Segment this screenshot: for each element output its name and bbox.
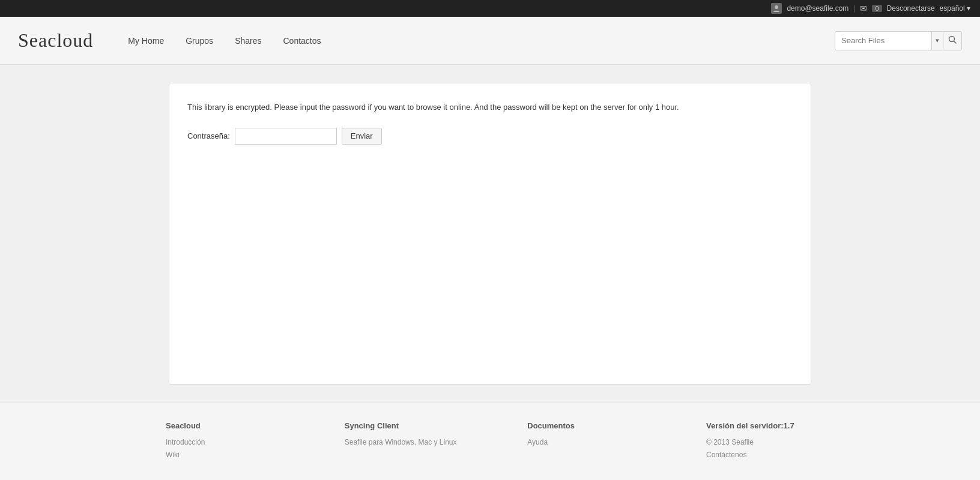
footer-link-contactenos[interactable]: Contáctenos (706, 449, 814, 462)
search-input[interactable] (835, 36, 931, 45)
nav-grupos[interactable]: Grupos (175, 36, 224, 46)
footer-col4-title: Versión del servidor:1.7 (706, 421, 814, 430)
nav-my-home[interactable]: My Home (117, 36, 175, 46)
password-label: Contraseña: (187, 131, 230, 140)
header: Seacloud My Home Grupos Shares Contactos… (0, 17, 980, 65)
password-input[interactable] (235, 128, 337, 145)
search-area: ▾ (835, 31, 962, 50)
footer-link-introduccion[interactable]: Introducción (166, 436, 274, 449)
user-email: demo@seafile.com (787, 4, 848, 13)
content-card: This library is encrypted. Please input … (169, 83, 811, 385)
footer-col-syncing: Syncing Client Seafile para Windows, Mac… (345, 421, 457, 462)
submit-button[interactable]: Enviar (342, 128, 382, 145)
footer-copyright: © 2013 Seafile (706, 436, 814, 449)
footer: Seacloud Introducción Wiki Syncing Clien… (0, 403, 980, 480)
nav-shares[interactable]: Shares (224, 36, 272, 46)
encrypted-message: This library is encrypted. Please input … (187, 101, 793, 113)
svg-point-0 (775, 5, 778, 9)
footer-link-ayuda[interactable]: Ayuda (527, 436, 635, 449)
user-icon-img (771, 3, 782, 14)
logo[interactable]: Seacloud (18, 29, 93, 52)
topbar: demo@seafile.com | ✉ 0 Desconectarse esp… (0, 0, 980, 17)
search-dropdown-arrow: ▾ (936, 37, 939, 44)
language-selector[interactable]: español ▾ (940, 4, 970, 13)
search-dropdown[interactable]: ▾ (931, 32, 943, 50)
main-nav: My Home Grupos Shares Contactos (117, 36, 835, 46)
footer-col-documentos: Documentos Ayuda (527, 421, 635, 462)
footer-columns: Seacloud Introducción Wiki Syncing Clien… (166, 421, 814, 462)
notification-badge: 0 (872, 5, 882, 12)
logout-link[interactable]: Desconectarse (887, 4, 935, 13)
search-icon (948, 35, 957, 46)
svg-line-2 (954, 41, 957, 44)
mail-icon[interactable]: ✉ (860, 4, 867, 13)
topbar-separator: | (853, 4, 855, 13)
footer-col2-title: Syncing Client (345, 421, 457, 430)
search-button[interactable] (943, 32, 961, 50)
footer-link-seafile[interactable]: Seafile para Windows, Mac y Linux (345, 436, 457, 449)
footer-col1-title: Seacloud (166, 421, 274, 430)
password-row: Contraseña: Enviar (187, 128, 793, 145)
footer-col-version: Versión del servidor:1.7 © 2013 Seafile … (706, 421, 814, 462)
footer-col-seacloud: Seacloud Introducción Wiki (166, 421, 274, 462)
footer-link-wiki[interactable]: Wiki (166, 449, 274, 462)
nav-contactos[interactable]: Contactos (272, 36, 331, 46)
footer-col3-title: Documentos (527, 421, 635, 430)
main-content: This library is encrypted. Please input … (0, 65, 980, 403)
